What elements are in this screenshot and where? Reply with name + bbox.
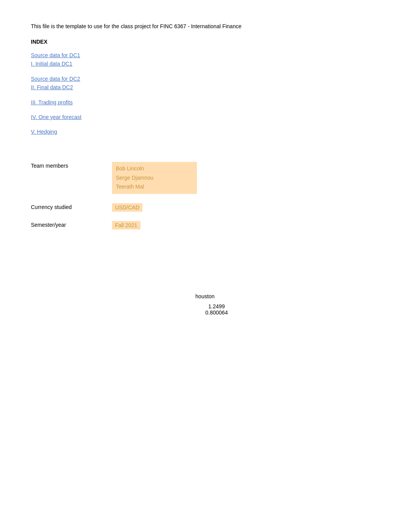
index-group-dc2: Source data for DC2 II. Final data DC2 (31, 75, 379, 92)
index-group-dc1: Source data for DC1 I. Initial data DC1 (31, 51, 379, 68)
team-members-label: Team members (31, 162, 112, 169)
link-hedging[interactable]: V. Hedging (31, 127, 57, 136)
link-trading-profits[interactable]: III. Trading profits (31, 98, 73, 107)
intro-text: This file is the template to use for the… (31, 23, 379, 29)
currency-value: USD/CAD (112, 203, 142, 212)
link-one-year-forecast[interactable]: IV. One year forecast (31, 113, 81, 121)
location-text: houston (195, 293, 215, 299)
team-members-row: Team members Bob Lincoln Serge Djamnou T… (31, 162, 379, 194)
index-group-forecast: IV. One year forecast (31, 113, 379, 121)
index-links: Source data for DC1 I. Initial data DC1 … (31, 51, 379, 143)
semester-row: Semester/year Fall 2021 (31, 221, 379, 229)
index-group-hedging: V. Hedging (31, 127, 379, 136)
numbers-block: 1.2499 0.800064 (205, 303, 228, 316)
currency-row: Currency studied USD/CAD (31, 203, 379, 212)
bottom-section: houston 1.2499 0.800064 (0, 293, 410, 316)
index-group-trading: III. Trading profits (31, 98, 379, 107)
team-member-3: Teerath Mal (116, 182, 193, 192)
number-1: 1.2499 (205, 303, 228, 309)
link-final-dc2[interactable]: II. Final data DC2 (31, 83, 379, 92)
semester-value: Fall 2021 (112, 221, 141, 229)
semester-label: Semester/year (31, 221, 112, 228)
team-member-1: Bob Lincoln (116, 164, 193, 173)
currency-label: Currency studied (31, 203, 112, 210)
link-source-dc1[interactable]: Source data for DC1 (31, 51, 379, 59)
number-2: 0.800064 (205, 309, 228, 316)
index-heading: INDEX (31, 39, 379, 45)
link-initial-dc1[interactable]: I. Initial data DC1 (31, 59, 379, 68)
team-members-value: Bob Lincoln Serge Djamnou Teerath Mal (112, 162, 197, 194)
team-member-2: Serge Djamnou (116, 173, 193, 183)
link-source-dc2[interactable]: Source data for DC2 (31, 75, 379, 83)
info-table: Team members Bob Lincoln Serge Djamnou T… (31, 162, 379, 229)
